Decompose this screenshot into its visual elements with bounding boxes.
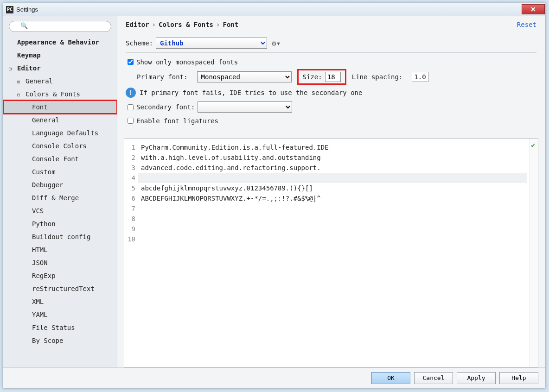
code-line <box>141 214 527 224</box>
tree-item[interactable]: Debugger <box>3 178 117 191</box>
tree-item-label: HTML <box>32 246 48 253</box>
line-number: 8 <box>124 214 135 224</box>
tree-item[interactable]: Console Font <box>3 152 117 165</box>
crumb-font: Font <box>223 21 238 28</box>
close-button[interactable]: ✕ <box>522 4 545 14</box>
tree-item-label: By Scope <box>32 337 63 344</box>
line-number: 9 <box>124 224 135 234</box>
close-icon: ✕ <box>530 6 536 13</box>
tree-item-label: General <box>26 77 53 85</box>
tree-item-label: Font <box>32 103 48 111</box>
tree-item[interactable]: VCS <box>3 204 117 217</box>
tree-item-label: Buildout config <box>32 233 90 240</box>
code-line <box>141 224 527 234</box>
expander-icon[interactable]: ⊞ <box>17 79 23 84</box>
settings-window: PC Settings ✕ 🔍 Appearance & BehaviorKey… <box>3 3 545 388</box>
tree-item-label: General <box>32 116 59 124</box>
tree-item[interactable]: Language Defaults <box>3 126 117 139</box>
ligatures-label: Enable font ligatures <box>136 117 218 125</box>
size-input[interactable] <box>325 72 341 82</box>
tree-item-label: Custom <box>32 168 56 176</box>
tree-item[interactable]: reStructuredText <box>3 282 117 295</box>
tree-item[interactable]: File Status <box>3 321 117 334</box>
tree-item[interactable]: Python <box>3 217 117 230</box>
tree-item-label: Console Colors <box>32 142 87 150</box>
chevron-right-icon: › <box>152 21 156 28</box>
show-monospaced-checkbox[interactable] <box>128 59 134 65</box>
separator <box>126 52 536 53</box>
ok-button[interactable]: OK <box>371 372 410 384</box>
line-number: 4 <box>124 173 135 183</box>
expander-icon[interactable]: ⊟ <box>9 66 14 71</box>
line-number: 10 <box>124 234 135 244</box>
cancel-button[interactable]: Cancel <box>414 372 453 384</box>
primary-font-select[interactable]: Monospaced <box>197 71 292 82</box>
tree-item-label: Colors & Fonts <box>26 90 80 98</box>
tree-item[interactable]: JSON <box>3 256 117 269</box>
font-form: Scheme: Github ⚙▾ Show only monospaced f… <box>117 31 545 133</box>
line-spacing-input[interactable] <box>412 72 428 82</box>
window-controls: ✕ <box>522 5 545 14</box>
tree-item[interactable]: YAML <box>3 308 117 321</box>
tree-item-label: XML <box>32 298 44 305</box>
ligatures-checkbox[interactable] <box>128 118 134 124</box>
breadcrumb: Editor › Colors & Fonts › Font Reset <box>117 16 545 31</box>
gear-icon[interactable]: ⚙▾ <box>272 39 281 48</box>
scheme-select[interactable]: Github <box>156 38 267 49</box>
tree-item[interactable]: Appearance & Behavior <box>3 36 117 49</box>
window-title: Settings <box>16 6 38 13</box>
main-panel: Editor › Colors & Fonts › Font Reset Sch… <box>117 16 545 367</box>
code-line: PyCharm.Community.Edition.is.a.full-feat… <box>141 142 527 152</box>
tree-item[interactable]: HTML <box>3 243 117 256</box>
search-input[interactable]: 🔍 <box>9 21 111 32</box>
tree-item[interactable]: General <box>3 114 117 126</box>
crumb-editor[interactable]: Editor <box>126 21 149 28</box>
chevron-right-icon: › <box>216 21 220 28</box>
show-monospaced-label: Show only monospaced fonts <box>136 58 238 66</box>
primary-font-label: Primary font: <box>137 73 188 81</box>
apply-button[interactable]: Apply <box>457 372 496 384</box>
tree-item[interactable]: Font <box>3 101 117 114</box>
tree-item[interactable]: Diff & Merge <box>3 191 117 204</box>
tree-item-label: Editor <box>17 64 41 72</box>
check-icon: ✔ <box>531 141 535 149</box>
size-group-highlight: Size: <box>298 70 345 84</box>
secondary-font-checkbox[interactable] <box>128 104 134 110</box>
info-text: If primary font fails, IDE tries to use … <box>140 89 362 96</box>
tree-item[interactable]: Custom <box>3 165 117 178</box>
expander-icon[interactable]: ⊟ <box>17 92 23 97</box>
tree-item[interactable]: XML <box>3 295 117 308</box>
reset-link[interactable]: Reset <box>517 21 536 28</box>
tree-item-label: Debugger <box>32 181 63 189</box>
tree-item-label: Python <box>32 220 56 228</box>
crumb-colors-fonts[interactable]: Colors & Fonts <box>159 21 213 28</box>
line-number: 1 <box>124 142 135 152</box>
code-line <box>141 203 527 214</box>
tree-item[interactable]: Console Colors <box>3 139 117 152</box>
line-spacing-label: Line spacing: <box>352 73 403 81</box>
search-wrap: 🔍 <box>3 16 117 36</box>
info-icon: ! <box>126 88 136 98</box>
tree-item[interactable]: ⊟Colors & Fonts <box>3 88 117 101</box>
preview-code[interactable]: PyCharm.Community.Edition.is.a.full-feat… <box>138 139 530 367</box>
code-line <box>138 173 527 183</box>
tree-item-label: VCS <box>32 207 44 215</box>
tree-item[interactable]: Keymap <box>3 49 117 62</box>
tree-item-label: Console Font <box>32 155 79 163</box>
secondary-font-label: Secondary font: <box>136 103 195 111</box>
code-line: ABCDEFGHIJKLMNOPQRSTUVWXYZ.+-*/=.,;:!?.#… <box>141 193 527 203</box>
secondary-font-select[interactable] <box>198 101 292 113</box>
tree-item[interactable]: By Scope <box>3 334 117 347</box>
tree-item-label: YAML <box>32 311 48 318</box>
help-button[interactable]: Help <box>499 372 538 384</box>
tree-item[interactable]: RegExp <box>3 269 117 282</box>
settings-tree[interactable]: Appearance & BehaviorKeymap⊟Editor⊞Gener… <box>3 36 117 367</box>
tree-item[interactable]: ⊟Editor <box>3 62 117 75</box>
titlebar: PC Settings ✕ <box>3 3 545 16</box>
tree-item[interactable]: Buildout config <box>3 230 117 243</box>
tree-item-label: JSON <box>32 259 48 266</box>
search-icon: 🔍 <box>20 22 28 29</box>
code-line: advanced.code.editing.and.refactoring.su… <box>141 163 527 173</box>
tree-item[interactable]: ⊞General <box>3 75 117 88</box>
tree-item-label: Appearance & Behavior <box>17 38 99 46</box>
